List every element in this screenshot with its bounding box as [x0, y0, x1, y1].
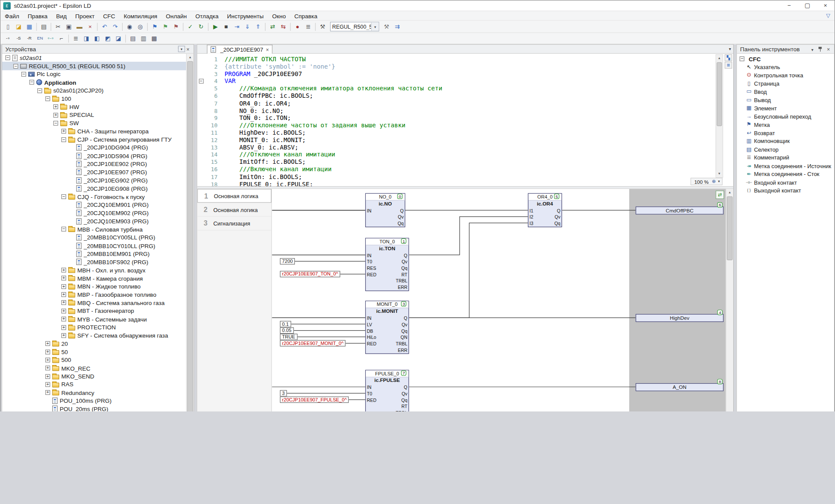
tree-item[interactable]: POU_100ms (PRG) [2, 397, 186, 405]
menu-item-4[interactable]: CFC [99, 11, 119, 20]
watch-list-button[interactable]: ≣ [303, 22, 314, 31]
copy-button[interactable]: ▣ [63, 22, 74, 31]
cfc-pin-IN[interactable]: IN [367, 315, 371, 322]
close-icon[interactable] [184, 46, 191, 53]
tree-expander[interactable]: + [61, 292, 66, 297]
toolbox-item[interactable]: ↖Указатель [737, 63, 834, 71]
cfc-reset-output-button[interactable]: -R [24, 33, 35, 43]
print-button[interactable]: ▤ [38, 22, 49, 31]
cfc-pin-RT[interactable]: RT [401, 272, 407, 278]
cfc-align-left-button[interactable]: ▤ [127, 33, 138, 43]
cfc-pin-Qq[interactable]: Qq [401, 328, 407, 335]
tree-item[interactable]: +SPECIAL [2, 111, 186, 119]
cfc-sheet-3[interactable]: 3Сигнализация [197, 217, 271, 231]
tree-expander[interactable]: + [45, 358, 50, 362]
tree-expander[interactable]: + [61, 284, 66, 289]
cfc-order-show-button[interactable]: ≣ [70, 33, 81, 43]
tree-item[interactable]: _20CJP10EG908 (PRG) [2, 184, 186, 192]
scroll-up-icon[interactable] [726, 189, 733, 196]
scrollbar-thumb[interactable] [717, 62, 722, 126]
cfc-output-CmdOffPBC[interactable]: CmdOffPBC [636, 206, 724, 214]
step-over-button[interactable]: ⇥ [231, 22, 242, 31]
redo-button[interactable]: ↷ [110, 22, 121, 31]
tree-item[interactable]: −Plc Logic [2, 70, 186, 78]
tree-item[interactable]: +MBN - Жидкое топливо [2, 282, 186, 291]
tree-item[interactable]: +HW [2, 103, 186, 111]
cfc-pin-IN[interactable]: IN [367, 252, 371, 259]
device-combobox[interactable]: REGUL_R500_51.Ap▾ [330, 22, 379, 31]
tree-expander[interactable]: + [53, 113, 58, 117]
stop-button[interactable]: ■ [221, 22, 232, 31]
cfc-pin-Qv[interactable]: Qv [401, 322, 407, 328]
cfc-canvas[interactable]: NO_0ic.NOINQQvQq0OR4_0ic.OR4I1I2I3QQvQq5… [272, 189, 727, 411]
delete-button[interactable]: × [85, 22, 96, 31]
toolbox-item[interactable]: ▭Вывод [737, 96, 834, 104]
step-out-button[interactable]: ⇑ [253, 22, 264, 31]
cfc-value-box[interactable]: 7200 [280, 258, 295, 265]
toolbox-item[interactable]: ▥Компоновщик [737, 137, 834, 145]
cfc-value-box[interactable]: r20CJP10EE907_FPULSE_0^ [280, 397, 349, 403]
toolbox-item[interactable]: ▯Страница [737, 80, 834, 88]
tree-expander[interactable]: + [61, 300, 66, 305]
scroll-up-icon[interactable] [187, 54, 194, 61]
save-project-button[interactable]: ▦ [24, 22, 35, 31]
toolbox-item[interactable]: ↠Метка соединения - Источник [737, 162, 834, 170]
cfc-order-backward-button[interactable]: ◧ [92, 33, 103, 43]
tree-item[interactable]: −s02as01(20CJP20) [2, 86, 186, 95]
editor-outline-button[interactable]: ≣ [725, 62, 732, 69]
tree-item[interactable]: +MKO_SEND [2, 372, 186, 381]
toolbox-item[interactable]: ⊙Контрольная точка [737, 71, 834, 80]
menu-item-6[interactable]: Онлайн [161, 11, 191, 20]
cfc-value-box[interactable]: 0.1 [280, 321, 291, 328]
cfc-pin-DB[interactable]: DB [367, 328, 373, 335]
toolbox-item[interactable]: ▭Ввод [737, 87, 834, 96]
replace-button[interactable]: ◎ [135, 22, 146, 31]
bookmark-button[interactable]: ⚑ [149, 22, 160, 31]
tab-close-icon[interactable] [266, 46, 269, 52]
pin-icon[interactable] [817, 46, 824, 53]
menu-item-8[interactable]: Инструменты [223, 11, 268, 20]
cfc-pin-Q[interactable]: Q [400, 208, 404, 214]
tree-expander[interactable]: + [61, 325, 66, 330]
cfc-align-top-button[interactable]: ▥ [138, 33, 149, 43]
tree-item[interactable]: _20MBB10CY005LL (PRG) [2, 233, 186, 242]
tree-expander[interactable]: + [61, 317, 66, 322]
tree-item[interactable]: +MBT - Газогенератор [2, 307, 186, 315]
tree-item[interactable]: −REGUL_R500_51 (REGUL R500 51) [2, 62, 186, 70]
menu-item-10[interactable]: Справка [290, 11, 322, 20]
editor-split-button[interactable]: ▚ [725, 54, 732, 61]
filter-icon[interactable]: ▽ [826, 13, 830, 18]
tree-expander[interactable]: + [45, 382, 50, 387]
undo-button[interactable]: ↶ [99, 22, 110, 31]
find-button[interactable]: ◉ [124, 22, 135, 31]
cfc-properties-button[interactable]: ▩ [149, 33, 160, 43]
cfc-pin-Q[interactable]: Q [404, 252, 407, 259]
fold-column[interactable]: − [197, 78, 205, 85]
maximize-button[interactable]: ▢ [798, 0, 816, 10]
cfc-value-box[interactable]: 3 [280, 390, 287, 397]
cfc-pin-RED[interactable]: RED [367, 272, 377, 278]
toolbox-item[interactable]: ⚑Метка [737, 120, 834, 129]
tree-expander[interactable]: − [13, 63, 18, 68]
build-boot-application-button[interactable]: ⚒ [381, 22, 392, 31]
editor-zoom-control[interactable]: 100 % [691, 178, 723, 185]
cfc-output-A_ON[interactable]: A_ON [636, 383, 724, 391]
tree-item[interactable]: +MYB - Системные задачи [2, 315, 186, 323]
toolbox-item[interactable]: →Безусловный переход [737, 112, 834, 120]
minimize-button[interactable]: − [780, 0, 798, 10]
cfc-pin-RES[interactable]: RES [367, 265, 376, 272]
toolbox-item[interactable]: ↞Метка соединения - Сток [737, 170, 834, 178]
tree-item[interactable]: _20CJP10DS904 (PRG) [2, 152, 186, 160]
cfc-pin-TRBL[interactable]: TRBL [396, 341, 407, 347]
cfc-pin-IN[interactable]: IN [367, 384, 371, 391]
cfc-pin-Qq[interactable]: Qq [401, 265, 407, 272]
toolbox-group-cfc[interactable]: − CFC [737, 55, 834, 63]
tree-item[interactable]: _20MBB10EM901 (PRG) [2, 250, 186, 258]
toggle-breakpoint-button[interactable]: ● [292, 22, 303, 31]
chevron-down-icon[interactable]: ▾ [371, 22, 378, 31]
menu-item-5[interactable]: Компиляция [120, 11, 162, 20]
cfc-pin-Q[interactable]: Q [404, 315, 407, 322]
cfc-pin-Q[interactable]: Q [404, 384, 407, 391]
cfc-pin-LV[interactable]: LV [367, 322, 372, 328]
cfc-pin-Qv[interactable]: Qv [398, 214, 404, 220]
